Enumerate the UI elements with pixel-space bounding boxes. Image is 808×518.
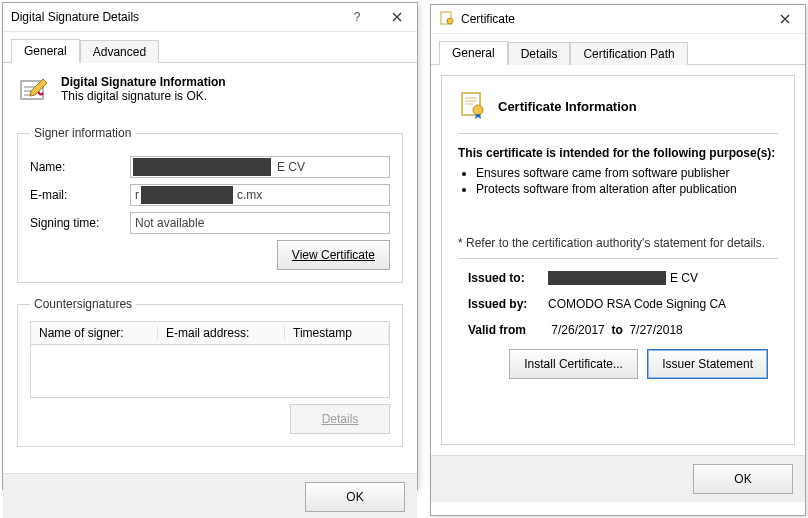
issued-by-value: COMODO RSA Code Signing CA — [548, 297, 726, 311]
certificate-dialog: Certificate General Details Certificatio… — [430, 4, 806, 516]
view-certificate-button[interactable]: View Certificate — [277, 240, 390, 270]
name-label: Name: — [30, 160, 130, 174]
certificate-icon — [458, 90, 488, 123]
certificate-heading: Certificate Information — [498, 99, 637, 114]
certificate-panel: Certificate Information This certificate… — [441, 75, 795, 445]
email-label: E-mail: — [30, 188, 130, 202]
signing-time-value: Not available — [135, 216, 204, 230]
ok-button[interactable]: OK — [693, 464, 793, 494]
titlebar: Certificate — [431, 5, 805, 34]
col-name-of-signer[interactable]: Name of signer: — [31, 326, 158, 340]
titlebar: Digital Signature Details ? — [3, 3, 417, 32]
signature-icon — [17, 75, 51, 112]
col-timestamp[interactable]: Timestamp — [285, 326, 389, 340]
window-title: Certificate — [461, 12, 765, 26]
valid-from-label: Valid from — [468, 323, 548, 337]
col-email-address[interactable]: E-mail address: — [158, 326, 285, 340]
issued-to-value: E CV — [548, 271, 698, 285]
digital-signature-dialog: Digital Signature Details ? General Adva… — [2, 2, 418, 490]
issued-by-label: Issued by: — [468, 297, 548, 311]
svg-point-2 — [447, 18, 453, 24]
info-heading: Digital Signature Information — [61, 75, 226, 89]
validity-value: 7/26/2017 to 7/27/2018 — [548, 323, 683, 337]
name-field[interactable]: E CV — [130, 156, 390, 178]
email-value-suffix: c.mx — [237, 188, 262, 202]
signer-information-legend: Signer information — [30, 126, 135, 140]
purpose-list: Ensures software came from software publ… — [476, 166, 778, 196]
purpose-item: Ensures software came from software publ… — [476, 166, 778, 180]
countersignatures-legend: Countersignatures — [30, 297, 136, 311]
email-value-prefix: r — [135, 188, 139, 202]
help-button[interactable]: ? — [337, 3, 377, 31]
signing-time-label: Signing time: — [30, 216, 130, 230]
name-value-suffix: E CV — [277, 160, 305, 174]
purpose-item: Protects software from alteration after … — [476, 182, 778, 196]
tab-advanced[interactable]: Advanced — [80, 40, 159, 63]
close-button[interactable] — [765, 5, 805, 33]
countersignatures-group: Countersignatures Name of signer: E-mail… — [17, 297, 403, 447]
issuer-statement-button[interactable]: Issuer Statement — [647, 349, 768, 379]
ok-button[interactable]: OK — [305, 482, 405, 512]
details-button: Details — [290, 404, 390, 434]
certificate-titlebar-icon — [439, 10, 455, 29]
close-button[interactable] — [377, 3, 417, 31]
email-field[interactable]: r c.mx — [130, 184, 390, 206]
window-title: Digital Signature Details — [11, 10, 337, 24]
tab-certification-path[interactable]: Certification Path — [570, 42, 687, 65]
signing-time-field[interactable]: Not available — [130, 212, 390, 234]
signer-information-group: Signer information Name: E CV E-mail: r … — [17, 126, 403, 283]
refer-note: * Refer to the certification authority's… — [458, 236, 778, 250]
issued-to-label: Issued to: — [468, 271, 548, 285]
tab-general[interactable]: General — [439, 41, 508, 65]
svg-point-4 — [473, 105, 483, 115]
countersignatures-header: Name of signer: E-mail address: Timestam… — [30, 321, 390, 345]
countersignatures-list[interactable] — [30, 345, 390, 398]
info-status: This digital signature is OK. — [61, 89, 226, 103]
tab-details[interactable]: Details — [508, 42, 571, 65]
install-certificate-button[interactable]: Install Certificate... — [509, 349, 638, 379]
purpose-heading: This certificate is intended for the fol… — [458, 146, 778, 160]
tabstrip: General Details Certification Path — [431, 34, 805, 65]
tabstrip: General Advanced — [3, 32, 417, 63]
tab-general[interactable]: General — [11, 39, 80, 63]
